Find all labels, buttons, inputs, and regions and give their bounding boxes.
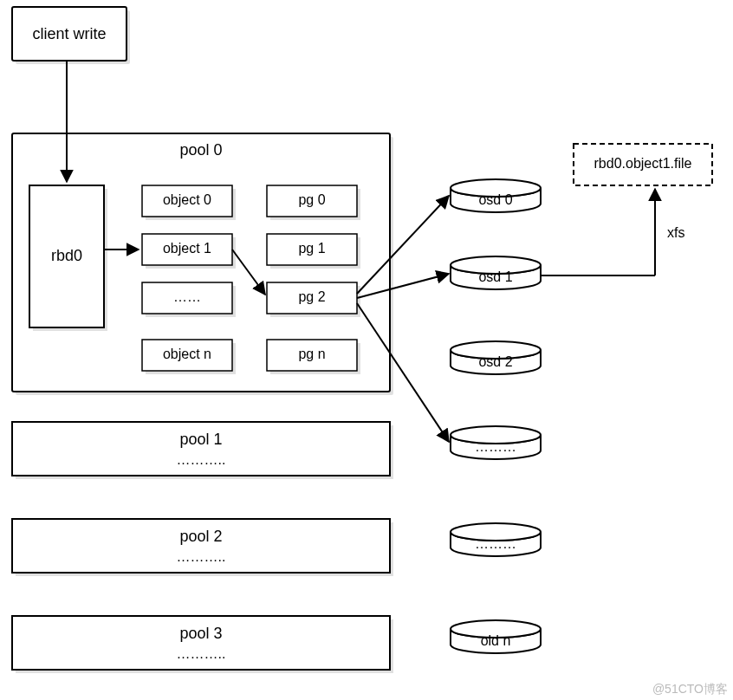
object-n-label: object n <box>163 347 211 361</box>
osd-3: ……… <box>451 426 541 459</box>
osd-n: old n <box>451 620 541 653</box>
pool0-title: pool 0 <box>179 141 222 159</box>
diagram-canvas: client write pool 0 rbd0 object 0 object… <box>0 0 733 700</box>
osd-2: osd 2 <box>451 341 541 374</box>
object-1-label: object 1 <box>163 241 211 256</box>
pool3-sub: ……….. <box>177 646 226 661</box>
osd-1: osd 1 <box>451 256 541 289</box>
osd-ellipsis-label: ……… <box>475 536 516 551</box>
pool1-sub: ……….. <box>177 452 226 467</box>
osd-3-label: ……… <box>475 439 516 454</box>
pg-2-label: pg 2 <box>298 289 325 304</box>
pool2-sub: ……….. <box>177 549 226 564</box>
file-label: rbd0.object1.file <box>594 156 692 171</box>
pg-n-label: pg n <box>298 347 325 361</box>
pool2-title: pool 2 <box>179 528 222 545</box>
osd-n-label: old n <box>481 633 511 648</box>
pool3-title: pool 3 <box>179 625 222 642</box>
fs-label: xfs <box>667 225 684 240</box>
rbd-label: rbd0 <box>51 247 82 264</box>
osd-2-label: osd 2 <box>478 354 512 369</box>
object-ellipsis-label: …… <box>173 289 201 304</box>
client-label: client write <box>32 25 106 42</box>
osd-ellipsis: ……… <box>451 523 541 556</box>
pool1-title: pool 1 <box>179 431 222 448</box>
pg-1-label: pg 1 <box>298 241 325 256</box>
osd-0: osd 0 <box>451 179 541 212</box>
watermark: @51CTO博客 <box>652 682 728 696</box>
osd-1-label: osd 1 <box>478 269 512 284</box>
pg-0-label: pg 0 <box>298 192 325 207</box>
osd-0-label: osd 0 <box>478 192 512 207</box>
object-0-label: object 0 <box>163 192 211 207</box>
